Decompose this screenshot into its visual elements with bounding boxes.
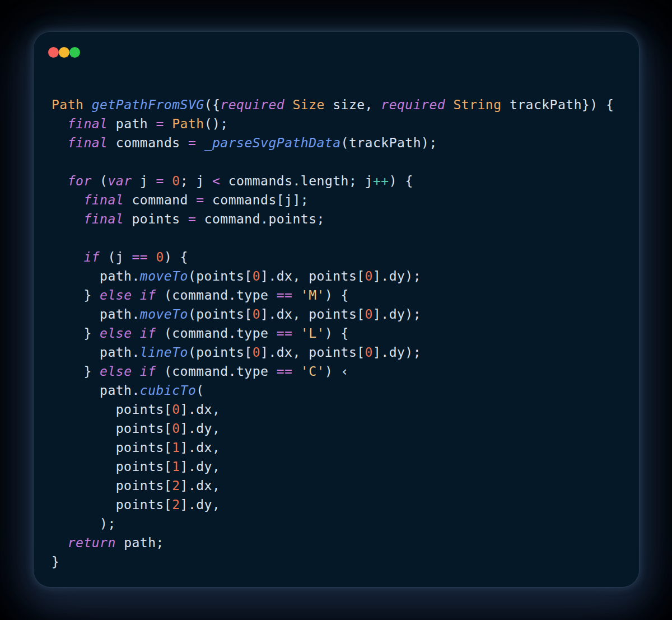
code-line: path.moveTo(points[0].dx, points[0].dy);: [52, 305, 630, 324]
code-line: final points = command.points;: [52, 209, 630, 229]
code-line: if (j == 0) {: [52, 248, 630, 267]
code-line: [52, 229, 630, 248]
code-line: points[1].dx,: [52, 438, 630, 457]
code-line: points[2].dy,: [52, 495, 630, 514]
code-line: for (var j = 0; j < commands.length; j++…: [52, 171, 630, 190]
code-line: Path getPathFromSVG({required Size size,…: [52, 95, 630, 114]
code-line: [52, 152, 630, 171]
code-line: points[1].dy,: [52, 457, 630, 476]
zoom-button[interactable]: [69, 47, 80, 58]
code-line: }: [52, 552, 630, 571]
code-line: final command = commands[j];: [52, 190, 630, 209]
code-block: Path getPathFromSVG({required Size size,…: [34, 60, 639, 571]
close-button[interactable]: [48, 47, 59, 58]
code-line: path.lineTo(points[0].dx, points[0].dy);: [52, 343, 630, 362]
code-line: return path;: [52, 533, 630, 552]
code-line: final commands = _parseSvgPathData(track…: [52, 133, 630, 152]
code-window: Path getPathFromSVG({required Size size,…: [34, 32, 639, 587]
code-line: path.cubicTo(: [52, 381, 630, 400]
minimize-button[interactable]: [59, 47, 69, 58]
traffic-lights: [48, 47, 80, 60]
code-line: } else if (command.type == 'C') ‹: [52, 362, 630, 381]
code-line: points[0].dy,: [52, 419, 630, 438]
code-line: } else if (command.type == 'M') {: [52, 286, 630, 305]
code-line: );: [52, 514, 630, 533]
code-line: points[0].dx,: [52, 400, 630, 419]
code-line: path.moveTo(points[0].dx, points[0].dy);: [52, 267, 630, 286]
code-line: } else if (command.type == 'L') {: [52, 324, 630, 343]
code-line: final path = Path();: [52, 114, 630, 133]
code-line: points[2].dx,: [52, 476, 630, 495]
window-titlebar: [34, 32, 639, 60]
